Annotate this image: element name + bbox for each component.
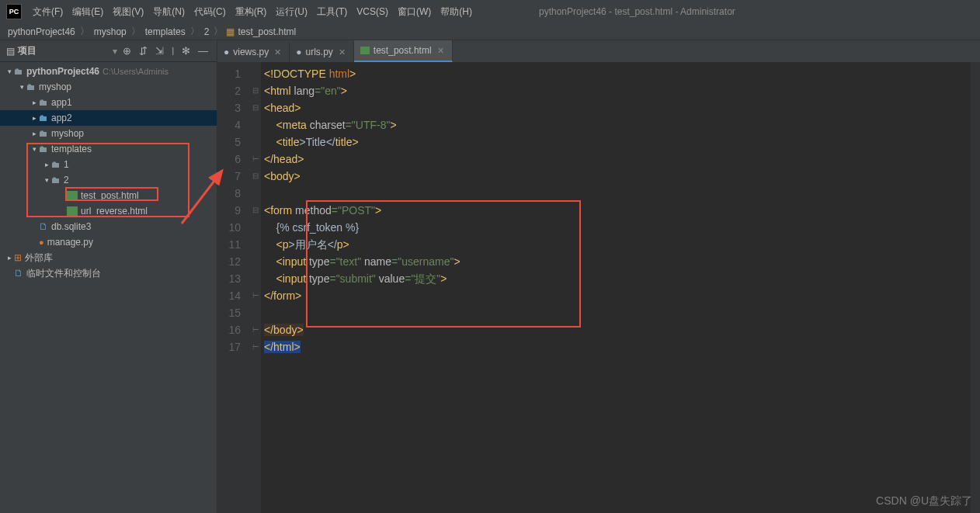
line-gutter[interactable]: 1234567891011121314151617 — [217, 62, 250, 513]
close-icon[interactable]: ✕ — [437, 46, 444, 56]
expand-all-icon[interactable]: ⇵ — [137, 45, 150, 57]
settings-gear-icon[interactable]: ✻ — [179, 45, 193, 57]
tree-app1[interactable]: app1 — [51, 97, 72, 108]
tree-db[interactable]: db.sqlite3 — [51, 221, 91, 232]
python-file-icon: ● — [296, 47, 301, 57]
tree-test-post[interactable]: test_post.html — [81, 190, 139, 201]
html-file-icon — [360, 47, 370, 54]
app-icon: PC — [6, 4, 22, 19]
tree-myshop[interactable]: myshop — [39, 81, 71, 92]
menu-vcs[interactable]: VCS(S) — [352, 6, 393, 17]
code-editor[interactable]: 1234567891011121314151617 ⊟⊟⊢⊟⊟⊢⊢⊢ <!DOC… — [217, 62, 980, 513]
menu-tools[interactable]: 工具(T) — [312, 5, 352, 19]
breadcrumb-item[interactable]: 2 — [203, 26, 211, 37]
tree-root[interactable]: pythonProject46 — [26, 66, 99, 77]
chevron-right-icon: 〉 — [131, 25, 141, 38]
scratch-icon: 🗋 — [14, 268, 23, 279]
project-title[interactable]: 项目 — [18, 44, 36, 57]
database-icon: 🗋 — [39, 221, 48, 232]
project-panel: ▤ 项目 ▾ ⊕ ⇵ ⇲ | ✻ — 🖿pythonProject46C:\Us… — [0, 40, 217, 513]
menu-view[interactable]: 视图(V) — [108, 5, 148, 19]
menu-help[interactable]: 帮助(H) — [436, 5, 477, 19]
project-view-icon[interactable]: ▤ — [6, 46, 15, 57]
marker-strip[interactable] — [971, 62, 980, 513]
tree-url-reverse[interactable]: url_reverse.html — [81, 206, 148, 217]
menu-run[interactable]: 运行(U) — [271, 5, 312, 19]
tree-templates[interactable]: templates — [51, 144, 92, 154]
html-file-icon: ▦ — [226, 26, 235, 37]
html-file-icon — [67, 191, 78, 200]
python-file-icon: ● — [39, 237, 44, 247]
editor-area: ●views.py✕ ●urls.py✕ test_post.html✕ 123… — [217, 40, 980, 513]
menu-code[interactable]: 代码(C) — [189, 5, 231, 19]
library-icon: ⊞ — [14, 252, 22, 263]
fold-column[interactable]: ⊟⊟⊢⊟⊟⊢⊢⊢ — [250, 62, 261, 513]
tree-scratches[interactable]: 临时文件和控制台 — [26, 267, 101, 280]
tree-folder-1[interactable]: 1 — [64, 159, 69, 170]
hide-icon[interactable]: — — [196, 45, 210, 57]
chevron-right-icon: 〉 — [214, 25, 223, 38]
project-header: ▤ 项目 ▾ ⊕ ⇵ ⇲ | ✻ — — [0, 40, 217, 62]
tree-folder-2[interactable]: 2 — [64, 175, 69, 185]
breadcrumb-item[interactable]: myshop — [92, 26, 128, 37]
editor-tabs: ●views.py✕ ●urls.py✕ test_post.html✕ — [217, 40, 980, 62]
chevron-right-icon: 〉 — [190, 25, 200, 38]
code-content[interactable]: <!DOCTYPE html> <html lang="en"> <head> … — [261, 62, 971, 513]
menu-refactor[interactable]: 重构(R) — [231, 5, 272, 19]
tab-views[interactable]: ●views.py✕ — [217, 42, 290, 62]
tab-test-post[interactable]: test_post.html✕ — [354, 40, 453, 62]
select-opened-icon[interactable]: ⊕ — [120, 45, 134, 57]
tab-urls[interactable]: ●urls.py✕ — [290, 42, 354, 62]
breadcrumb-item[interactable]: templates — [144, 26, 187, 37]
breadcrumb-item[interactable]: pythonProject46 — [6, 26, 77, 37]
menu-edit[interactable]: 编辑(E) — [68, 5, 108, 19]
breadcrumb: pythonProject46 〉 myshop 〉 templates 〉 2… — [0, 23, 980, 40]
window-title: pythonProject46 - test_post.html - Admin… — [539, 6, 735, 17]
python-file-icon: ● — [224, 47, 229, 57]
menu-navigate[interactable]: 导航(N) — [148, 5, 189, 19]
project-tree[interactable]: 🖿pythonProject46C:\Users\Adminis 🖿myshop… — [0, 62, 217, 513]
tree-myshop-inner[interactable]: myshop — [51, 128, 84, 139]
title-bar: PC 文件(F) 编辑(E) 视图(V) 导航(N) 代码(C) 重构(R) 运… — [0, 0, 980, 23]
chevron-right-icon: 〉 — [80, 25, 89, 38]
breadcrumb-item[interactable]: test_post.html — [236, 26, 297, 37]
close-icon[interactable]: ✕ — [339, 47, 346, 57]
menu-window[interactable]: 窗口(W) — [393, 5, 436, 19]
divider: | — [169, 47, 176, 55]
close-icon[interactable]: ✕ — [274, 47, 281, 57]
watermark: CSDN @U盘失踪了 — [876, 494, 972, 508]
tree-root-path: C:\Users\Adminis — [103, 67, 169, 76]
html-file-icon — [67, 206, 78, 216]
collapse-all-icon[interactable]: ⇲ — [153, 45, 166, 57]
menu-file[interactable]: 文件(F) — [28, 5, 68, 19]
tree-manage[interactable]: manage.py — [47, 237, 93, 248]
tree-ext-lib[interactable]: 外部库 — [25, 251, 53, 265]
tree-app2[interactable]: app2 — [51, 113, 72, 123]
